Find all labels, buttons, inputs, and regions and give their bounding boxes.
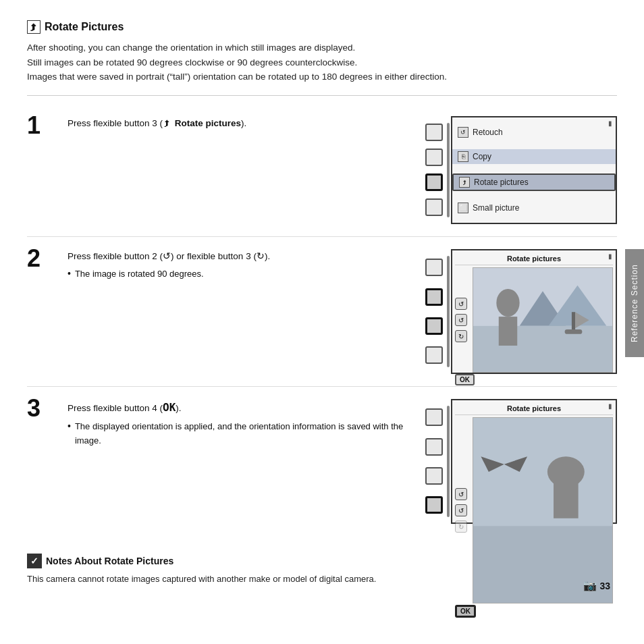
ref-label: Reference Section [630, 264, 639, 342]
page-number-area: 📷 33 [583, 579, 610, 592]
cam-left-col-3 [421, 399, 451, 524]
ok-area-2: OK [455, 603, 613, 618]
rotate-img-1 [473, 267, 613, 373]
cam-btn-3-4[interactable] [425, 496, 443, 514]
cam-left-col-1 [421, 116, 451, 224]
screen-corner-3: ▮ [608, 402, 612, 410]
svg-rect-6 [572, 312, 575, 329]
screen-corner-2: ▮ [608, 252, 612, 260]
rotate-back-btn-1[interactable]: ↺ [455, 298, 467, 310]
notes-heading: Notes About Rotate Pictures [46, 556, 173, 566]
cam-btn-1-1[interactable] [425, 124, 443, 141]
step-3-bullet: The displayed orientation is applied, an… [68, 420, 408, 448]
notes-icon: ✓ [27, 554, 42, 568]
cam-btn-3-1[interactable] [425, 408, 443, 426]
rotate-screen-area-1: ▮ Rotate pictures ↺ ↺ ↻ [451, 249, 617, 374]
rotate-cw-btn-1[interactable]: ↻ [455, 330, 467, 342]
cam-btn-3-2[interactable] [425, 438, 443, 456]
menu-retouch: ↺ Retouch [452, 125, 616, 140]
section-title: ⮭ Rotate Pictures [27, 20, 617, 34]
cam-btn-2-3[interactable] [425, 317, 443, 335]
step-3: 3 Press flexible button 4 (OK). The disp… [27, 387, 617, 536]
menu-rotate-label: Rotate pictures [474, 178, 529, 187]
menu-retouch-label: Retouch [473, 128, 503, 137]
vert-bar-2 [447, 256, 450, 367]
screen-corner-1: ▮ [608, 119, 612, 127]
vert-bar-1 [447, 123, 450, 217]
step-3-instruction: Press flexible button 4 (OK). [68, 399, 408, 417]
menu-small-label: Small picture [473, 203, 519, 213]
camera-ui-2: ▮ Rotate pictures ↺ ↺ ↻ [421, 249, 617, 374]
step-1-image: ▮ ↺ Retouch ⎘ Copy [421, 116, 617, 224]
intro-line-1: After shooting, you can change the orien… [27, 43, 355, 53]
step-3-number: 3 [27, 396, 54, 421]
rotate-body-2: ↺ ↺ ↻ [455, 417, 613, 604]
step-1: 1 Press flexible button 3 (⮭ Rotate pict… [27, 104, 617, 237]
step-3-content: Press flexible button 4 (OK). The displa… [68, 399, 408, 448]
step-2-number: 2 [27, 246, 54, 271]
step-1-instruction: Press flexible button 3 (⮭ Rotate pictur… [68, 116, 408, 131]
step-2-content: Press flexible button 2 (↺) or flexible … [68, 249, 408, 281]
step-2-bullet-text: The image is rotated 90 degrees. [75, 267, 204, 281]
cam-btn-1-3[interactable] [425, 173, 443, 191]
svg-rect-10 [473, 418, 612, 526]
menu-screen-area: ▮ ↺ Retouch ⎘ Copy [451, 116, 617, 224]
intro-line-2: Still images can be rotated 90 degrees c… [27, 57, 357, 68]
svg-rect-13 [554, 479, 579, 518]
cam-btn-2-1[interactable] [425, 259, 443, 276]
step-2: 2 Press flexible button 2 (↺) or flexibl… [27, 237, 617, 387]
intro-line-3: Images that were saved in portrait (“tal… [27, 72, 447, 82]
portrait-svg-2 [473, 418, 612, 603]
menu-screen: ↺ Retouch ⎘ Copy ⮭ Rotate pict [452, 117, 616, 223]
step-2-bullet: The image is rotated 90 degrees. [68, 267, 408, 281]
page-num: 33 [599, 581, 610, 591]
small-icon: ⬜ [458, 203, 468, 213]
cam-btn-1-2[interactable] [425, 149, 443, 166]
rotate-img-2 [473, 417, 613, 604]
four-btns-3 [425, 406, 447, 517]
svg-rect-5 [499, 317, 517, 346]
intro-text: After shooting, you can change the orien… [27, 41, 617, 84]
rotate-back-btn-2[interactable]: ↺ [455, 488, 467, 500]
camera-ui-1: ▮ ↺ Retouch ⎘ Copy [421, 116, 617, 224]
rotate-screen-2: Rotate pictures ↺ ↺ ↻ [452, 400, 616, 522]
cam-btn-1-4[interactable] [425, 198, 443, 216]
vert-bar-3 [447, 406, 450, 517]
menu-copy-label: Copy [473, 152, 491, 161]
step-1-bold: Rotate pictures [175, 118, 241, 128]
rotate-title-2: Rotate pictures [455, 403, 613, 415]
rotate-ccw-btn-2[interactable]: ↺ [455, 504, 467, 516]
rotate-cw-btn-2[interactable]: ↻ [455, 520, 467, 533]
retouch-icon: ↺ [458, 127, 468, 138]
rotate-menu-icon: ⮭ [459, 177, 470, 188]
rotate-icon: ⮭ [27, 20, 41, 34]
step-2-instruction: Press flexible button 2 (↺) or flexible … [68, 249, 408, 264]
ok-btn-2[interactable]: OK [455, 605, 476, 618]
ok-symbol: OK [163, 401, 176, 414]
cam-btn-3-3[interactable] [425, 467, 443, 485]
cam-btn-2-4[interactable] [425, 346, 443, 364]
rotate-body-1: ↺ ↺ ↻ [455, 267, 613, 373]
svg-rect-8 [565, 329, 583, 334]
svg-point-4 [496, 289, 519, 317]
ok-area-1: OK [455, 373, 613, 385]
four-btns-2 [425, 256, 447, 367]
copy-icon: ⎘ [458, 151, 468, 162]
step-3-image: ▮ Rotate pictures ↺ ↺ ↻ [421, 399, 617, 524]
steps-container: 1 Press flexible button 3 (⮭ Rotate pict… [27, 104, 617, 536]
menu-rotate: ⮭ Rotate pictures [452, 173, 616, 191]
rotate-ccw-btn-1[interactable]: ↺ [455, 314, 467, 326]
four-btns-1 [425, 123, 447, 217]
page: ⮭ Rotate Pictures After shooting, you ca… [0, 0, 644, 606]
rotate-screen-area-2: ▮ Rotate pictures ↺ ↺ ↻ [451, 399, 617, 524]
rotate-title-1: Rotate pictures [455, 253, 613, 265]
rotate-side-btns-1: ↺ ↺ ↻ [455, 267, 470, 373]
step-2-image: ▮ Rotate pictures ↺ ↺ ↻ [421, 249, 617, 374]
rotate-screen-1: Rotate pictures ↺ ↺ ↻ [452, 250, 616, 373]
cam-btn-2-2[interactable] [425, 288, 443, 306]
ok-btn-1[interactable]: OK [455, 374, 475, 385]
page-icon: 📷 [583, 579, 597, 592]
step-3-bullet-text: The displayed orientation is applied, an… [75, 420, 408, 448]
menu-copy: ⎘ Copy [452, 149, 616, 164]
step-1-number: 1 [27, 113, 54, 138]
